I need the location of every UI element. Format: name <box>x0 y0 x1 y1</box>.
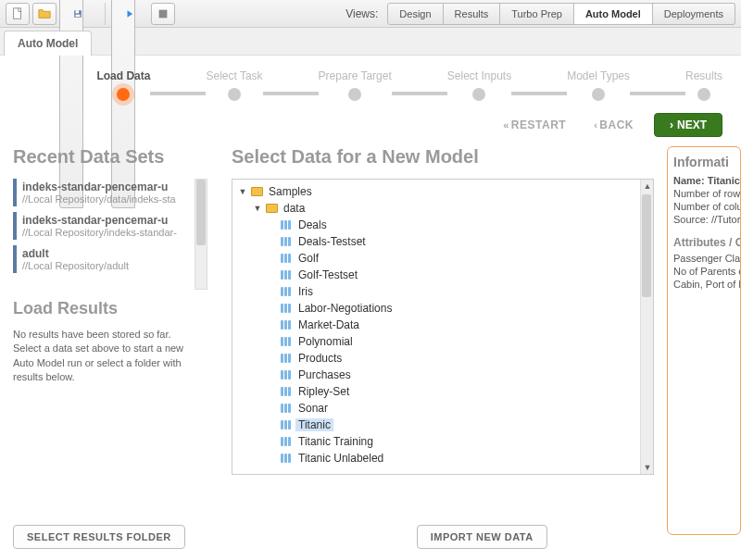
step-select-task[interactable]: Select Task <box>206 69 262 101</box>
select-results-folder-button[interactable]: SELECT RESULTS FOLDER <box>13 525 185 549</box>
tree-item-market-data[interactable]: Market-Data <box>234 317 651 333</box>
dataset-icon <box>280 303 293 314</box>
view-tab-turbo-prep[interactable]: Turbo Prep <box>500 3 574 25</box>
svg-rect-4 <box>159 9 168 18</box>
next-button[interactable]: ›NEXT <box>654 113 722 137</box>
recent-data-sets-title: Recent Data Sets <box>13 146 207 168</box>
svg-rect-2 <box>76 10 80 13</box>
tree-item-label: Market-Data <box>295 318 362 331</box>
back-button[interactable]: ‹BACK <box>586 114 641 136</box>
dataset-icon <box>280 286 293 297</box>
info-attributes-heading: Attributes / C <box>673 236 735 249</box>
step-model-types[interactable]: Model Types <box>567 69 630 101</box>
recent-item[interactable]: adult //Local Repository/adult <box>13 245 207 273</box>
open-folder-button[interactable] <box>32 3 57 25</box>
view-tab-design[interactable]: Design <box>387 3 443 25</box>
scroll-up-icon[interactable]: ▲ <box>641 180 654 193</box>
scroll-down-icon[interactable]: ▼ <box>641 461 654 474</box>
dataset-icon <box>280 353 293 364</box>
tree-item-purchases[interactable]: Purchases <box>234 367 651 383</box>
tree-item-label: Samples <box>266 185 315 198</box>
step-load-data[interactable]: Load Data <box>96 69 150 101</box>
dataset-icon <box>280 386 293 397</box>
tree-item-titanic-training[interactable]: Titanic Training <box>234 433 651 450</box>
load-results-title: Load Results <box>13 299 207 318</box>
tree-item-labor-negotiations[interactable]: Labor-Negotiations <box>234 300 651 317</box>
step-line <box>263 92 319 95</box>
step-line <box>630 92 685 95</box>
step-select-inputs[interactable]: Select Inputs <box>447 69 511 101</box>
view-tab-results[interactable]: Results <box>444 3 501 25</box>
tree-folder-samples[interactable]: ▼Samples <box>234 183 651 200</box>
tree-item-label: Purchases <box>295 368 354 381</box>
new-file-button[interactable] <box>6 3 30 25</box>
svg-rect-0 <box>14 7 21 18</box>
dataset-icon <box>280 453 293 464</box>
tree-item-products[interactable]: Products <box>234 350 651 367</box>
tree-item-label: Golf <box>295 252 321 265</box>
info-name: Name: Titanic <box>673 175 735 186</box>
tree-folder-data[interactable]: ▼data <box>234 200 651 217</box>
load-results-text: No results have been stored so far. Sele… <box>13 328 207 385</box>
tree-item-label: Titanic Unlabeled <box>295 452 386 465</box>
recent-data-sets-list: indeks-standar-pencemar-u //Local Reposi… <box>13 179 207 290</box>
tree-scrollbar[interactable]: ▲ ▼ <box>640 180 653 474</box>
tree-item-label: Ripley-Set <box>295 385 352 398</box>
tree-item-ripley-set[interactable]: Ripley-Set <box>234 383 651 400</box>
svg-rect-3 <box>76 14 81 17</box>
chevron-double-left-icon: « <box>503 119 509 131</box>
info-attr: No of Parents or <box>673 266 735 277</box>
tree-item-label: Products <box>295 352 345 365</box>
chevron-left-icon: ‹ <box>594 119 597 131</box>
tree-item-label: Iris <box>295 285 316 298</box>
recent-scrollbar[interactable] <box>195 179 207 290</box>
tree-item-sonar[interactable]: Sonar <box>234 400 651 417</box>
info-panel: Informati Name: Titanic Number of rows N… <box>667 146 741 535</box>
tree-toggle-icon[interactable]: ▼ <box>253 204 262 213</box>
info-attr: Cabin, Port of Em <box>673 279 735 290</box>
tree-toggle-icon[interactable]: ▼ <box>238 187 247 196</box>
restart-button[interactable]: «RESTART <box>496 114 573 136</box>
view-tab-auto-model[interactable]: Auto Model <box>574 3 653 25</box>
dataset-icon <box>280 269 293 280</box>
views-label: Views: <box>345 7 378 20</box>
tree-item-label: Labor-Negotiations <box>295 302 395 315</box>
info-rows-count: Number of rows <box>673 188 735 199</box>
chevron-right-icon: › <box>670 118 673 131</box>
info-heading: Informati <box>673 155 735 169</box>
tree-item-label: Polynomial <box>295 335 356 348</box>
tree-item-polynomial[interactable]: Polynomial <box>234 333 651 350</box>
info-cols-count: Number of colum <box>673 201 735 212</box>
tree-item-label: Deals-Testset <box>295 235 369 248</box>
recent-item[interactable]: indeks-standar-pencemar-u //Local Reposi… <box>13 212 207 240</box>
view-tab-deployments[interactable]: Deployments <box>653 3 735 25</box>
step-prepare-target[interactable]: Prepare Target <box>319 69 392 101</box>
tree-item-label: data <box>281 202 308 215</box>
top-toolbar: ▼ ▼ Views: Design Results Turbo Prep Aut… <box>0 0 741 28</box>
tree-item-titanic-unlabeled[interactable]: Titanic Unlabeled <box>234 450 651 467</box>
dataset-icon <box>280 319 293 330</box>
tree-item-label: Titanic Training <box>295 435 376 448</box>
tree-item-iris[interactable]: Iris <box>234 283 651 300</box>
tree-item-label: Sonar <box>295 402 331 415</box>
toolbar-separator <box>105 3 106 25</box>
folder-icon <box>250 186 263 197</box>
folder-icon <box>265 203 278 214</box>
tab-auto-model[interactable]: Auto Model <box>4 31 92 56</box>
import-new-data-button[interactable]: IMPORT NEW DATA <box>417 525 547 549</box>
dataset-icon <box>280 253 293 264</box>
tree-item-label: Titanic <box>295 418 333 431</box>
tree-item-golf-testset[interactable]: Golf-Testset <box>234 267 651 283</box>
step-line <box>150 92 206 95</box>
tree-item-deals[interactable]: Deals <box>234 217 651 233</box>
tree-item-deals-testset[interactable]: Deals-Testset <box>234 233 651 250</box>
recent-item[interactable]: indeks-standar-pencemar-u //Local Reposi… <box>13 179 207 206</box>
tree-item-label: Deals <box>295 218 330 231</box>
stop-button[interactable] <box>151 3 175 25</box>
dataset-icon <box>280 219 293 230</box>
step-results[interactable]: Results <box>685 69 722 101</box>
tree-item-golf[interactable]: Golf <box>234 250 651 267</box>
info-attr: Passenger Class <box>673 253 735 264</box>
dataset-icon <box>280 403 293 414</box>
tree-item-titanic[interactable]: Titanic <box>234 417 651 433</box>
